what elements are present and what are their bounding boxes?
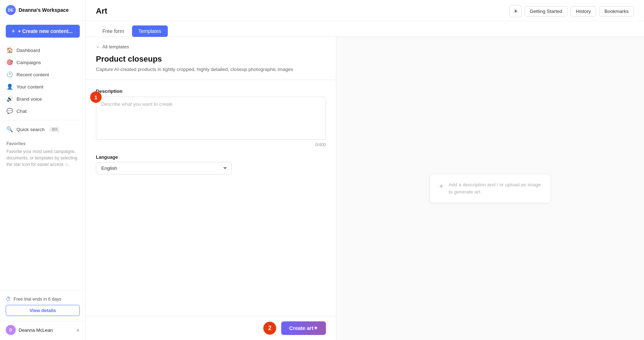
template-description: Capture AI-created products in tightly c…: [96, 66, 326, 73]
view-details-button[interactable]: View details: [6, 305, 80, 316]
sparkle-icon: ✦: [438, 182, 444, 191]
bookmarks-button[interactable]: Bookmarks: [599, 6, 634, 16]
nav-divider: [0, 120, 86, 120]
dashboard-icon: 🏠: [6, 47, 13, 53]
nav-list: 🏠 Dashboard 🎯 Campaigns 🕐 Recent content…: [0, 42, 86, 138]
brand-voice-icon: 🔊: [6, 96, 13, 102]
right-panel: ✦ Add a description and / or upload an i…: [336, 37, 644, 340]
plus-icon: ＋: [11, 28, 16, 34]
sidebar-item-campaigns[interactable]: 🎯 Campaigns: [0, 56, 86, 68]
tab-templates[interactable]: Templates: [132, 25, 168, 37]
sun-icon: ☀: [513, 8, 518, 15]
art-placeholder: ✦ Add a description and / or upload an i…: [429, 174, 551, 203]
user-footer: D Deanna McLean ∧: [0, 321, 86, 340]
tab-bar: Free form Templates: [86, 21, 644, 37]
main-content: Art ☀ Getting Started History Bookmarks …: [86, 0, 644, 340]
template-title: Product closeups: [96, 54, 326, 64]
quick-search-icon: 🔍: [6, 126, 13, 133]
sidebar-header: DE Deanna's Workspace: [0, 0, 86, 20]
sidebar: DE Deanna's Workspace ＋ + Create new con…: [0, 0, 86, 340]
chat-icon: 💬: [6, 108, 13, 114]
user-name: Deanna McLean: [19, 327, 53, 333]
your-content-icon: 👤: [6, 83, 13, 90]
sidebar-item-quick-search[interactable]: 🔍 Quick search ⌘K: [0, 123, 86, 135]
page-header: Art ☀ Getting Started History Bookmarks: [86, 0, 644, 21]
sidebar-item-chat[interactable]: 💬 Chat: [0, 105, 86, 117]
header-actions: ☀ Getting Started History Bookmarks: [509, 5, 634, 17]
create-art-label: Create art✦: [289, 325, 318, 331]
language-label: Language: [96, 154, 326, 160]
getting-started-button[interactable]: Getting Started: [525, 6, 568, 16]
sidebar-item-dashboard[interactable]: 🏠 Dashboard: [0, 44, 86, 56]
trial-notice: ⏱ Free trial ends in 6 days: [6, 296, 80, 302]
favorites-title: Favorites: [6, 141, 79, 146]
char-count: 0/400: [96, 142, 326, 147]
sidebar-item-brand-voice[interactable]: 🔊 Brand voice: [0, 93, 86, 105]
bottom-bar: 2 Create art✦: [86, 316, 336, 340]
sidebar-bottom: ⏱ Free trial ends in 6 days View details: [0, 291, 86, 321]
language-select[interactable]: English Spanish French German Italian Po…: [96, 162, 232, 174]
page-title: Art: [96, 6, 107, 16]
history-button[interactable]: History: [570, 6, 596, 16]
trial-icon: ⏱: [6, 296, 11, 302]
theme-toggle-button[interactable]: ☀: [509, 5, 522, 17]
arrow-left-icon: ←: [96, 44, 101, 49]
create-art-button[interactable]: Create art✦: [281, 321, 326, 335]
left-panel: ← All templates Product closeups Capture…: [86, 37, 336, 340]
back-to-templates-button[interactable]: ← All templates: [96, 44, 129, 49]
chevron-up-icon: ∧: [76, 327, 80, 333]
quick-search-shortcut: ⌘K: [50, 127, 60, 132]
description-form-row: 1 Description 0/400: [96, 88, 326, 147]
recent-content-icon: 🕐: [6, 71, 13, 78]
step-2-badge: 2: [263, 322, 276, 335]
user-avatar: D: [6, 325, 16, 335]
form-section: 1 Description 0/400 Language English Spa…: [86, 80, 336, 316]
description-label: Description: [96, 88, 326, 94]
favorites-section: Favorites Favorite your most used campai…: [0, 138, 86, 170]
user-info: D Deanna McLean: [6, 325, 53, 335]
workspace-name: Deanna's Workspace: [19, 7, 69, 13]
create-new-content-button[interactable]: ＋ + Create new content...: [6, 25, 80, 38]
description-textarea[interactable]: [96, 97, 326, 140]
step-1-badge: 1: [90, 91, 102, 103]
workspace-avatar: DE: [6, 5, 16, 15]
trial-text: Free trial ends in 6 days: [14, 297, 61, 302]
tab-free-form[interactable]: Free form: [96, 25, 131, 37]
content-area: ← All templates Product closeups Capture…: [86, 37, 644, 340]
template-header: ← All templates Product closeups Capture…: [86, 37, 336, 80]
language-form-row: Language English Spanish French German I…: [96, 154, 326, 174]
sidebar-item-your-content[interactable]: 👤 Your content: [0, 81, 86, 93]
sidebar-item-recent-content[interactable]: 🕐 Recent content: [0, 68, 86, 81]
campaigns-icon: 🎯: [6, 59, 13, 66]
favorites-description: Favorite your most used campaigns, docum…: [6, 148, 79, 168]
art-placeholder-text: Add a description and / or upload an ima…: [449, 181, 542, 196]
